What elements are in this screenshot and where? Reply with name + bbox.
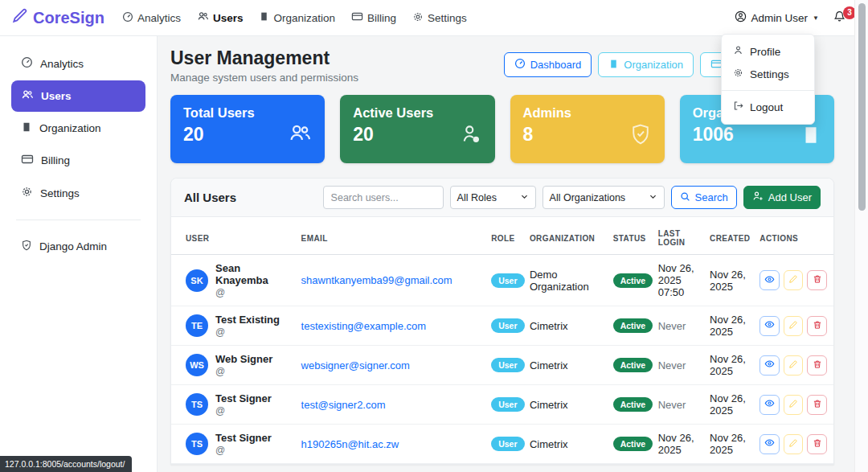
person-icon	[733, 45, 743, 58]
user-email-link[interactable]: h190265n@hit.ac.zw	[301, 438, 399, 450]
delete-user-button[interactable]	[807, 355, 827, 376]
trash-icon	[813, 399, 822, 411]
people-icon	[288, 121, 312, 149]
user-email-link[interactable]: testexisting@example.com	[301, 320, 427, 332]
created-date: Nov 26, 2025	[703, 306, 753, 346]
logout-icon	[733, 101, 743, 113]
sidebar-item-users[interactable]: Users	[11, 80, 145, 112]
edit-user-button[interactable]	[784, 270, 804, 290]
view-user-button[interactable]	[760, 395, 780, 415]
pencil-icon	[788, 359, 798, 371]
users-table-body: SK Sean Knayemba @ shawntkanyemba99@gmai…	[171, 255, 833, 464]
user-handle: @	[215, 366, 272, 377]
sidebar-item-settings[interactable]: Settings	[11, 178, 145, 208]
building-icon	[259, 11, 269, 24]
delete-user-button[interactable]	[807, 270, 827, 290]
avatar: TS	[186, 433, 208, 455]
user-name: Test Signer	[215, 432, 272, 444]
dropdown-item-profile[interactable]: Profile	[722, 40, 814, 63]
people-icon	[21, 88, 34, 104]
last-login: Nov 26, 2025 07:50	[652, 255, 703, 306]
speedometer-icon	[21, 56, 33, 71]
view-user-button[interactable]	[760, 270, 780, 290]
brand-logo[interactable]: CoreSign	[12, 8, 104, 27]
building-icon	[21, 121, 32, 135]
link-preview-statusbar: 127.0.0.1:8005/accounts/logout/	[0, 456, 132, 472]
brand-name: CoreSign	[33, 9, 104, 27]
pencil-icon	[788, 320, 798, 332]
role-filter-select[interactable]: All Roles	[450, 186, 536, 209]
delete-user-button[interactable]	[807, 316, 827, 336]
created-date: Nov 26, 2025	[703, 425, 753, 464]
user-organization: Demo Organization	[523, 255, 607, 306]
person-circle-icon	[735, 10, 747, 25]
user-menu-toggle[interactable]: Admin User ▼	[735, 10, 819, 25]
nav-item-analytics[interactable]: Analytics	[122, 11, 181, 25]
chevron-down-icon	[649, 192, 657, 203]
user-menu-label: Admin User	[751, 12, 809, 24]
page-title: User Management	[170, 47, 358, 69]
edit-user-button[interactable]	[784, 395, 804, 415]
edit-user-button[interactable]	[784, 355, 804, 376]
user-organization: Cimetrix	[523, 385, 607, 425]
nav-item-users[interactable]: Users	[197, 10, 244, 25]
status-badge: Active	[613, 358, 653, 372]
last-login: Never	[652, 385, 703, 425]
sidebar-item-analytics[interactable]: Analytics	[11, 48, 145, 79]
delete-user-button[interactable]	[807, 434, 827, 454]
edit-user-button[interactable]	[784, 434, 804, 454]
eye-icon	[764, 398, 775, 411]
user-email-link[interactable]: websigner@signer.com	[301, 359, 410, 371]
sidebar-item-billing[interactable]: Billing	[11, 145, 145, 176]
add-user-button[interactable]: Add User	[743, 186, 821, 209]
speedometer-icon	[514, 58, 526, 72]
dropdown-item-settings[interactable]: Settings	[722, 63, 814, 85]
pencil-icon	[788, 399, 798, 411]
col-organization: Organization	[523, 217, 607, 255]
delete-user-button[interactable]	[807, 395, 827, 415]
organization-filter-select[interactable]: All Organizations	[542, 186, 665, 209]
user-name: Sean Knayemba	[215, 262, 289, 286]
user-email-link[interactable]: shawntkanyemba99@gmail.com	[301, 274, 452, 286]
pencil-icon	[788, 274, 798, 286]
view-user-button[interactable]	[760, 434, 780, 454]
notifications-button[interactable]: 3	[833, 10, 845, 26]
organization-button[interactable]: Organization	[598, 52, 694, 77]
nav-item-organization[interactable]: Organization	[259, 11, 335, 24]
dropdown-item-logout[interactable]: Logout	[722, 96, 814, 118]
dashboard-button[interactable]: Dashboard	[504, 52, 592, 77]
scrollbar-thumb[interactable]	[858, 3, 866, 211]
search-input[interactable]	[323, 186, 444, 209]
table-row: TE Test Existing @ testexisting@example.…	[171, 306, 833, 346]
gear-icon	[733, 68, 743, 80]
panel-title: All Users	[184, 191, 236, 204]
avatar: WS	[186, 354, 208, 376]
col-email: Email	[295, 217, 485, 255]
dropdown-divider	[722, 90, 814, 91]
speedometer-icon	[122, 11, 133, 25]
role-badge: User	[491, 437, 524, 451]
eye-icon	[764, 319, 775, 332]
pen-icon	[12, 8, 27, 27]
page-subtitle: Manage system users and permissions	[170, 72, 358, 84]
last-login: Never	[652, 346, 703, 385]
last-login: Nov 26, 2025	[652, 425, 703, 464]
sidebar-item-organization[interactable]: Organization	[11, 113, 145, 143]
nav-item-settings[interactable]: Settings	[412, 11, 467, 25]
created-date: Nov 26, 2025	[703, 255, 753, 306]
user-email-link[interactable]: test@signer2.com	[301, 399, 386, 411]
user-name: Web Signer	[215, 353, 272, 365]
shield-check-icon	[629, 123, 652, 149]
avatar: TE	[186, 314, 208, 337]
shield-icon	[21, 240, 32, 253]
status-badge: Active	[613, 318, 653, 333]
view-user-button[interactable]	[760, 355, 780, 376]
created-date: Nov 26, 2025	[703, 385, 753, 425]
search-button[interactable]: Search	[671, 186, 737, 209]
sidebar-item-django-admin[interactable]: Django Admin	[11, 232, 145, 261]
nav-item-billing[interactable]: Billing	[351, 10, 396, 25]
view-user-button[interactable]	[760, 316, 780, 336]
edit-user-button[interactable]	[784, 316, 804, 336]
table-row: TS Test Signer @ h190265n@hit.ac.zw User…	[171, 425, 833, 464]
user-organization: Cimetrix	[523, 346, 607, 385]
